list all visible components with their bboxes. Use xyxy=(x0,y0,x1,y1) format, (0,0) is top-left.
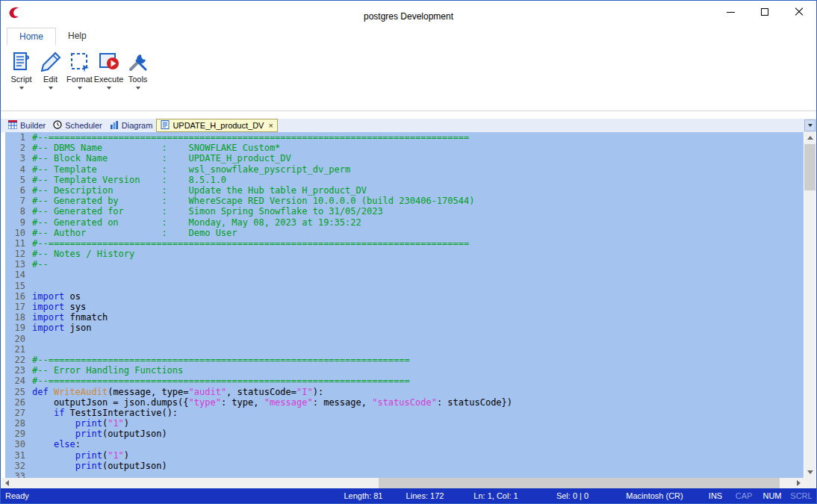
horizontal-scrollbar[interactable] xyxy=(1,478,804,488)
minimize-button[interactable] xyxy=(713,1,748,23)
chevron-down-icon[interactable] xyxy=(107,87,111,90)
line-number: 12 xyxy=(5,249,32,259)
chevron-down-icon[interactable] xyxy=(136,87,140,90)
code-line-text: print("1") xyxy=(32,418,129,429)
app-window: postgres Development Home Help Script Ed… xyxy=(0,0,817,504)
arrow-up-icon xyxy=(807,136,813,140)
line-number: 6 xyxy=(5,185,32,196)
code-line: 24#--===================================… xyxy=(5,376,804,386)
code-line: 9#-- Generated on : Monday, May 08, 2023… xyxy=(5,217,804,228)
script-icon xyxy=(10,50,34,74)
code-line: 12#-- Notes / History xyxy=(5,249,804,259)
status-lines: Lines: 172 xyxy=(395,491,455,500)
doc-tab-label: Builder xyxy=(20,121,46,130)
code-line-text: #-- Description : Update the Hub table H… xyxy=(32,185,367,196)
code-line: 10#-- Author : Demo User xyxy=(5,228,804,238)
status-bar: Ready Length: 81 Lines: 172 Ln: 1, Col: … xyxy=(1,488,816,503)
code-line-text: #-- Notes / History xyxy=(32,249,134,259)
arrow-right-icon xyxy=(797,480,801,486)
execute-icon xyxy=(97,50,121,74)
diagram-chart-icon xyxy=(110,120,119,131)
minimize-icon xyxy=(727,12,735,13)
doc-tab-label: Diagram xyxy=(122,121,153,130)
code-line: 6#-- Description : Update the Hub table … xyxy=(5,185,804,196)
code-line-text: #-- xyxy=(32,259,49,270)
status-caps-lock: CAP xyxy=(730,491,758,500)
arrow-left-icon xyxy=(5,480,9,486)
code-line-text: outputJson = json.dumps({"type": type, "… xyxy=(32,397,512,408)
ribbon-button-label: Format xyxy=(66,75,93,84)
close-button[interactable] xyxy=(782,1,816,23)
line-number: 33 xyxy=(5,471,32,478)
tab-builder[interactable]: Builder xyxy=(4,119,49,131)
close-tab-icon[interactable]: × xyxy=(268,122,273,129)
code-line: 32 print(outputJson) xyxy=(5,461,804,471)
scroll-up-button[interactable] xyxy=(804,132,816,143)
edit-pencil-icon xyxy=(39,50,63,74)
scroll-right-button[interactable] xyxy=(793,478,804,488)
line-number: 3 xyxy=(5,153,32,164)
line-number: 14 xyxy=(5,270,32,280)
vertical-scroll-thumb[interactable] xyxy=(804,144,816,190)
chevron-down-icon[interactable] xyxy=(49,87,53,90)
maximize-button[interactable] xyxy=(748,1,782,23)
line-number: 26 xyxy=(5,397,32,408)
code-line-text: #--=====================================… xyxy=(32,355,410,365)
line-number: 31 xyxy=(5,450,32,461)
code-line: 27 if TestIsInteractive(): xyxy=(5,408,804,418)
line-number: 19 xyxy=(5,323,32,333)
tab-update-h-product-dv[interactable]: UPDATE_H_product_DV × xyxy=(156,119,278,132)
line-number: 32 xyxy=(5,461,32,471)
arrow-down-icon xyxy=(807,470,813,474)
code-line-text: #--=====================================… xyxy=(32,132,469,143)
doc-tab-label: UPDATE_H_product_DV xyxy=(173,121,264,130)
line-number: 30 xyxy=(5,439,32,449)
status-scroll-lock: SCRL xyxy=(786,491,816,500)
tab-list-dropdown[interactable] xyxy=(804,119,816,131)
ribbon-tab-bar: Home Help xyxy=(1,28,816,46)
tools-button[interactable]: Tools xyxy=(123,48,152,111)
code-editor[interactable]: 1#--====================================… xyxy=(5,132,804,478)
chevron-down-icon xyxy=(808,124,813,127)
code-line: 28 print("1") xyxy=(5,418,804,429)
tools-icon xyxy=(126,50,150,74)
code-line-text: #-- DBMS Name : SNOWFLAKE Custom* xyxy=(32,143,280,153)
tab-scheduler[interactable]: Scheduler xyxy=(49,119,106,131)
code-line-text: #-- Block Name : UPDATE_H_product_DV xyxy=(32,153,291,164)
line-number: 24 xyxy=(5,376,32,386)
maximize-icon xyxy=(761,8,768,16)
code-line: 30 else: xyxy=(5,439,804,449)
line-number: 28 xyxy=(5,418,32,429)
code-line-text: #-- Generated on : Monday, May 08, 2023 … xyxy=(32,217,361,228)
code-line: 18import fnmatch xyxy=(5,312,804,323)
scroll-down-button[interactable] xyxy=(804,467,816,478)
chevron-down-icon[interactable] xyxy=(78,87,82,90)
code-line-text: #-- Author : Demo User xyxy=(32,228,237,238)
tab-help[interactable]: Help xyxy=(56,28,99,46)
code-line-text: def WriteAudit(message, type="audit", st… xyxy=(32,387,323,397)
line-number: 22 xyxy=(5,355,32,365)
status-encoding: Macintosh (CR) xyxy=(608,491,701,500)
scroll-left-button[interactable] xyxy=(1,478,12,488)
chevron-down-icon[interactable] xyxy=(19,87,24,90)
horizontal-scroll-thumb[interactable] xyxy=(379,478,780,488)
code-line: 16import os xyxy=(5,291,804,302)
script-button[interactable]: Script xyxy=(7,48,36,111)
line-number: 23 xyxy=(5,365,32,376)
tab-diagram[interactable]: Diagram xyxy=(106,119,157,131)
title-bar: postgres Development xyxy=(1,1,816,28)
code-line: 26 outputJson = json.dumps({"type": type… xyxy=(5,397,804,408)
script-file-icon xyxy=(161,120,170,131)
code-line: 20 xyxy=(5,334,804,344)
execute-button[interactable]: Execute xyxy=(94,48,123,111)
line-number: 17 xyxy=(5,302,32,312)
code-line: 17import sys xyxy=(5,302,804,312)
tab-home[interactable]: Home xyxy=(7,28,56,46)
edit-button[interactable]: Edit xyxy=(36,48,65,111)
code-line: 1#--====================================… xyxy=(5,132,804,143)
code-line-text: #-- Generated by : WhereScape RED Versio… xyxy=(32,196,474,206)
format-button[interactable]: Format xyxy=(65,48,94,111)
vertical-scrollbar[interactable] xyxy=(804,132,816,478)
code-line: 25def WriteAudit(message, type="audit", … xyxy=(5,387,804,397)
code-line-text: #-- Template : wsl_snowflake_pyscript_dv… xyxy=(32,164,350,175)
